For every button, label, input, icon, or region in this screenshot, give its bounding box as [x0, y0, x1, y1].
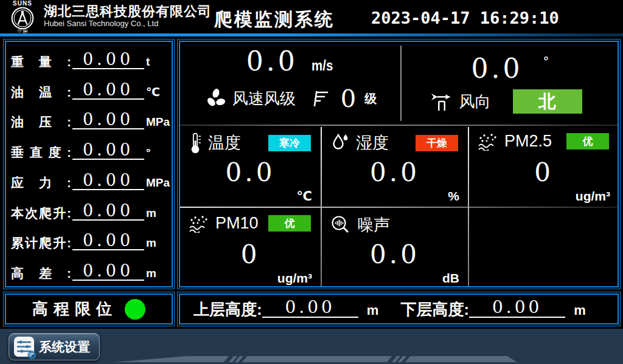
- measurement-unit: MPa: [146, 177, 167, 189]
- sensor-label: PM10: [215, 214, 259, 233]
- wind-direction-value-line: 0.0 °: [402, 47, 618, 83]
- sensor-unit: ug/m³: [277, 271, 312, 286]
- measurement-row-oil-pressure: 油压: 0.00 MPa: [11, 104, 167, 134]
- wind-speed-unit: m/s: [312, 51, 333, 80]
- measurement-row-weight: 重量: 0.00 t: [11, 43, 167, 74]
- logo-brand-top: SUNS: [5, 1, 40, 7]
- sensor-label: PM2.5: [504, 132, 552, 151]
- sensor-value: 0.0: [322, 239, 468, 269]
- system-settings-button[interactable]: ⚙ 系统设置: [9, 333, 100, 360]
- sensor-value: 0.0: [180, 157, 321, 187]
- lower-height-label: 下层高度:: [401, 301, 470, 318]
- settings-sliders-icon: ⚙: [14, 337, 34, 357]
- measurement-value: 0.00: [72, 111, 144, 129]
- measurement-value: 0.00: [72, 50, 144, 69]
- page-title: 爬模监测系统: [214, 7, 335, 32]
- measurement-label: 本次爬升:: [11, 206, 71, 221]
- measurement-value: 0.00: [72, 141, 144, 160]
- measurement-row-height-diff: 高差: 0.00 m: [11, 255, 167, 285]
- measurement-value: 0.00: [72, 171, 144, 190]
- wind-direction-section: 0.0 °: [402, 42, 618, 125]
- gear-icon: ⚙: [27, 349, 37, 361]
- measurement-row-oil-temp: 油温: 0.00 ℃: [11, 74, 167, 104]
- wind-direction-value: 0.0: [472, 53, 523, 84]
- elevation-limit-label: 高程限位: [32, 298, 117, 320]
- thermometer-icon: [189, 132, 202, 154]
- sensor-cell-humidity: 湿度 干燥 0.0 %: [322, 126, 468, 207]
- measurement-label: 高差:: [11, 266, 71, 281]
- sensor-label: 噪声: [357, 214, 390, 236]
- measurement-row-total-climb: 累计爬升: 0.00 m: [11, 225, 167, 255]
- sensor-unit: dB: [442, 271, 459, 286]
- wind-divider: [400, 46, 402, 121]
- fan-icon: [204, 87, 228, 110]
- sensor-cell-empty: [469, 208, 619, 289]
- sensor-label: 温度: [208, 132, 241, 154]
- measurement-label: 应力:: [11, 176, 71, 190]
- layer-height-box: 上层高度: 0.00 m 下层高度: 0.00 m: [177, 292, 621, 326]
- pm25-status-badge: 优: [566, 133, 609, 149]
- measurement-label: 重量:: [11, 55, 71, 69]
- sensor-label: 湿度: [356, 132, 389, 154]
- lower-height-group: 下层高度: 0.00 m: [401, 298, 608, 318]
- company-name-block: 湖北三思科技股份有限公司 Hubei Sansi Technology Co.,…: [44, 4, 212, 29]
- wind-direction-unit: °: [543, 54, 549, 69]
- sensor-unit: ug/m³: [576, 189, 610, 204]
- hmi-screen: SUNS 三思 湖北三思科技股份有限公司 Hubei Sansi Technol…: [0, 0, 623, 364]
- measurement-label: 油压:: [11, 115, 71, 129]
- dust-icon: [478, 132, 498, 151]
- measurement-row-current-climb: 本次爬升: 0.00 m: [11, 194, 167, 225]
- company-name-cn: 湖北三思科技股份有限公司: [44, 4, 212, 19]
- wind-level-icon: [312, 89, 330, 108]
- wind-row: 0.0 m/s 风速风级: [180, 42, 618, 125]
- measurement-value: 0.00: [72, 81, 144, 100]
- measurement-unit: m: [146, 267, 167, 280]
- wind-vane-icon: [429, 90, 454, 113]
- measurement-panel: 重量: 0.00 t 油温: 0.00 ℃ 油压: 0.00 MPa 垂直度: …: [3, 39, 175, 289]
- sensor-unit: %: [448, 189, 459, 204]
- wind-speed-value: 0.0: [246, 46, 298, 77]
- wind-speed-label: 风速风级: [232, 88, 296, 109]
- header-divider: [0, 33, 623, 36]
- lower-height-unit: m: [574, 303, 586, 318]
- measurement-unit: ℃: [146, 86, 167, 98]
- wind-level-unit: 级: [364, 91, 377, 107]
- sensor-value: 0: [469, 157, 619, 187]
- upper-height-unit: m: [367, 303, 379, 318]
- wind-direction-badge: 北: [513, 89, 582, 114]
- wind-speed-value-line: 0.0 m/s: [180, 47, 401, 80]
- header: SUNS 三思 湖北三思科技股份有限公司 Hubei Sansi Technol…: [0, 0, 623, 33]
- sensor-cell-pm25: PM2.5 优 0 ug/m³: [469, 126, 619, 207]
- temperature-status-badge: 寒冷: [268, 135, 311, 151]
- measurement-label: 垂直度:: [11, 145, 71, 160]
- measurement-row-stress: 应力: 0.00 MPa: [11, 164, 167, 194]
- lower-height-value: 0.00: [469, 298, 565, 318]
- environment-panel: 0.0 m/s 风速风级: [177, 39, 621, 289]
- upper-height-value: 0.00: [262, 298, 358, 318]
- taskbar: ⚙ 系统设置: [0, 329, 623, 364]
- sensor-cell-pm10: PM10 优 0 ug/m³: [180, 208, 321, 289]
- dust-icon: [189, 215, 209, 233]
- measurement-unit: t: [146, 56, 167, 68]
- measurement-value: 0.00: [72, 262, 144, 281]
- upper-height-group: 上层高度: 0.00 m: [193, 298, 401, 318]
- wind-speed-section: 0.0 m/s 风速风级: [180, 42, 401, 125]
- measurement-row-verticality: 垂直度: 0.00 °: [11, 134, 167, 164]
- measurement-value: 0.00: [72, 232, 144, 250]
- upper-height-label: 上层高度:: [193, 301, 262, 318]
- wind-direction-label: 风向: [459, 91, 491, 112]
- measurement-unit: m: [146, 237, 167, 249]
- settings-button-label: 系统设置: [39, 338, 90, 355]
- sensor-unit: ℃: [297, 189, 312, 204]
- humidity-status-badge: 干燥: [416, 135, 458, 151]
- droplet-icon: [330, 132, 350, 153]
- elevation-limit-status-light: [125, 299, 145, 320]
- sensor-cell-noise: 噪声 0.0 dB: [322, 208, 468, 289]
- measurement-unit: MPa: [146, 116, 167, 128]
- measurement-value: 0.00: [72, 202, 144, 221]
- pm10-status-badge: 优: [268, 215, 311, 232]
- sensor-value: 0: [180, 239, 321, 269]
- sensor-cell-temperature: 温度 寒冷 0.0 ℃: [180, 126, 321, 207]
- taskbar-stripe-decoration: [114, 356, 517, 362]
- noise-icon: [330, 215, 351, 235]
